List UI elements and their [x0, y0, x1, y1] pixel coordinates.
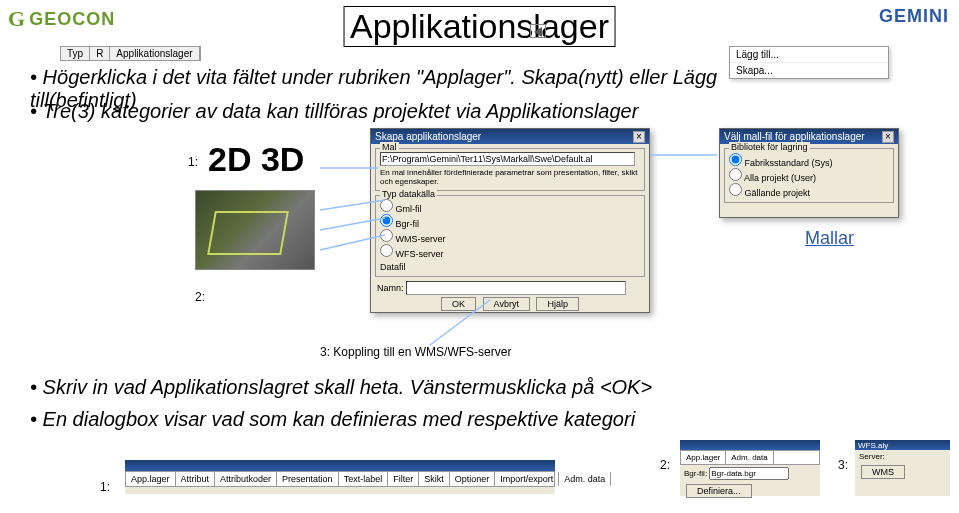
- bullet-4: En dialogbox visar vad som kan definiera…: [30, 408, 750, 431]
- mal-path-input[interactable]: [380, 152, 635, 166]
- ok-button[interactable]: OK: [441, 297, 476, 311]
- radio-gml[interactable]: Gml-fil: [380, 199, 640, 214]
- tab[interactable]: Text-label: [339, 472, 389, 486]
- avbryt-button[interactable]: Avbryt: [483, 297, 530, 311]
- marker-2: 2:: [195, 290, 205, 304]
- tab[interactable]: Adm. data: [559, 472, 611, 486]
- menu-item-skapa[interactable]: Skapa...: [730, 63, 888, 78]
- bullet-3: Skriv in vad Applikationslagret skall he…: [30, 376, 750, 399]
- namn-input[interactable]: [406, 281, 626, 295]
- radio-wms[interactable]: WMS-server: [380, 229, 640, 244]
- header-col-typ: Typ: [61, 47, 90, 60]
- tab[interactable]: Attributkoder: [215, 472, 277, 486]
- tab[interactable]: Presentation: [277, 472, 339, 486]
- dialog1-titlebar: Skapa applikationslager ×: [371, 129, 649, 144]
- marker-1: 1:: [188, 155, 198, 169]
- tabs-row: App.lager Attribut Attributkoder Present…: [125, 471, 555, 487]
- logo-text: GEOCON: [29, 9, 115, 30]
- menu-item-lagg-till[interactable]: Lägg till...: [730, 47, 888, 63]
- tab[interactable]: Skikt: [419, 472, 450, 486]
- tab[interactable]: Import/export: [495, 472, 559, 486]
- radio-projekt[interactable]: Gällande projekt: [729, 183, 889, 198]
- slide-title: Applikationslager: [343, 6, 616, 47]
- marker-bottom-2: 2:: [660, 458, 670, 472]
- tab[interactable]: Optioner: [450, 472, 496, 486]
- tab[interactable]: Filter: [388, 472, 419, 486]
- bullet-2: Tre(3) kategorier av data kan tillföras …: [30, 100, 750, 123]
- dialog-skapa-applikationslager: Skapa applikationslager × Mal En mal inn…: [370, 128, 650, 313]
- marker-bottom-1: 1:: [100, 480, 110, 494]
- dialog-valj-mall: Välj mall-fil för applikationslager × Bi…: [719, 128, 899, 218]
- header-col-r: R: [90, 47, 110, 60]
- mallar-link[interactable]: Mallar: [805, 228, 854, 249]
- hjalp-button[interactable]: Hjälp: [536, 297, 579, 311]
- definiera-button[interactable]: Definiera...: [686, 484, 752, 498]
- logo-mark: G: [8, 6, 25, 32]
- marker-3-caption: 3: Koppling till en WMS/WFS-server: [320, 345, 511, 359]
- bgr-fil-input[interactable]: [709, 467, 789, 480]
- header-col-applager: Applikationslager: [110, 47, 199, 60]
- radio-user[interactable]: Alla projekt (User): [729, 168, 889, 183]
- thumb-category-2: App.lager Adm. data Bgr-fil: Definiera..…: [680, 440, 820, 496]
- radio-wfs[interactable]: WFS-server: [380, 244, 640, 259]
- logo-gemini: GEMINI: [879, 6, 949, 27]
- marker-bottom-3: 3:: [838, 458, 848, 472]
- thumb-category-3: WFS.aly Server: WMS: [855, 440, 950, 496]
- tab[interactable]: Attribut: [176, 472, 216, 486]
- tab[interactable]: App.lager: [126, 472, 176, 486]
- radio-sys[interactable]: Fabriksstandard (Sys): [729, 153, 889, 168]
- header-columns: Typ R Applikationslager: [60, 46, 201, 61]
- logo-geocon: G GEOCON: [8, 6, 115, 32]
- radio-bgr[interactable]: Bgr-fil: [380, 214, 640, 229]
- close-icon[interactable]: ×: [633, 131, 645, 143]
- aerial-image: [195, 190, 315, 270]
- thumb-category-1: App.lager Attribut Attributkoder Present…: [125, 460, 555, 494]
- text-2d-3d: 2D 3D: [208, 140, 304, 179]
- tab[interactable]: App.lager: [681, 451, 726, 464]
- context-menu: Lägg till... Skapa...: [729, 46, 889, 79]
- close-icon[interactable]: ×: [882, 131, 894, 143]
- wms-button[interactable]: WMS: [861, 465, 905, 479]
- back-triangle-icon: [530, 24, 546, 38]
- tab[interactable]: Adm. data: [726, 451, 773, 464]
